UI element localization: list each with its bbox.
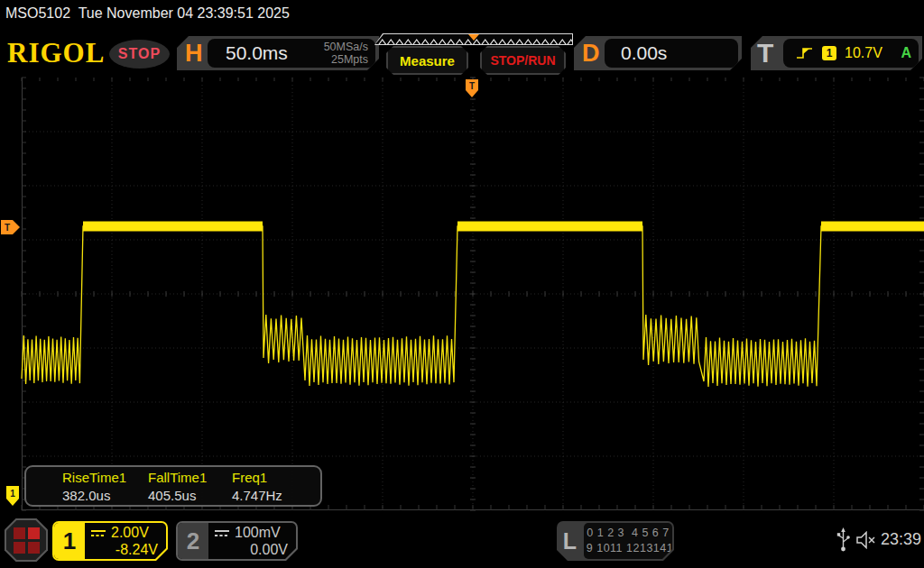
trigger-level-marker[interactable]: T — [1, 220, 20, 234]
channel-1-text: 2.00V -8.24V — [90, 525, 158, 558]
channel-2-number: 2 — [178, 523, 208, 559]
svg-text:1: 1 — [10, 489, 15, 499]
trigger-well: 1 10.7V A — [783, 39, 919, 68]
measurement-label: FallTime1 — [148, 470, 232, 488]
channel-1-offset-marker[interactable]: 1 — [6, 486, 19, 506]
usb-icon — [836, 527, 850, 553]
apps-grid-square — [14, 542, 25, 554]
oscilloscope-screen: MSO5102 Tue November 04 23:39:51 2025 RI… — [0, 0, 924, 568]
dc-coupling-icon — [90, 528, 106, 538]
sample-rate-block: 50MSa/s 25Mpts — [324, 41, 368, 67]
dc-coupling-icon — [214, 528, 230, 538]
channel-1-scale: 2.00V — [111, 525, 149, 541]
channel-2-offset: 0.00V — [214, 542, 288, 558]
apps-grid-square — [28, 542, 40, 554]
svg-text:T: T — [469, 81, 475, 91]
stop-run-button[interactable]: STOP/RUN — [480, 46, 566, 75]
apps-grid-square — [28, 527, 40, 539]
measurement-label: RiseTime1 — [62, 470, 148, 488]
measurement-results-panel[interactable]: RiseTime1 FallTime1 Freq1 382.0us 405.5u… — [24, 465, 322, 507]
channel-2-scale: 100mV — [235, 525, 281, 541]
measure-button[interactable]: Measure — [386, 46, 468, 75]
rising-edge-icon — [796, 46, 814, 60]
delay-value: 0.00s — [621, 42, 667, 64]
waveform-display-area: TT1 — [0, 77, 924, 511]
trigger-panel[interactable]: T 1 10.7V A — [751, 36, 922, 70]
trigger-panel-label: T — [757, 38, 773, 69]
window-title: MSO5102 Tue November 04 23:39:51 2025 — [5, 5, 290, 22]
trigger-source-badge: 1 — [822, 46, 836, 60]
horizontal-scale-well: 50.0ms 50MSa/s 25Mpts — [208, 39, 375, 68]
channel-1-pill[interactable]: 1 2.00V -8.24V — [52, 521, 168, 561]
sample-rate: 50MSa/s — [324, 41, 368, 53]
logic-row-2: 8 9 1011 12131415 — [576, 541, 679, 557]
speaker-muted-icon[interactable] — [856, 531, 878, 549]
apps-menu-button[interactable] — [5, 518, 48, 562]
measurement-value: 4.747Hz — [232, 488, 331, 506]
clock-display: 23:39 — [881, 530, 921, 549]
horizontal-scale-panel[interactable]: H 50.0ms 50MSa/s 25Mpts — [177, 36, 379, 70]
timebase-value: 50.0ms — [226, 42, 288, 64]
rigol-logo: RIGOL — [7, 37, 105, 69]
channel-2-border: 2 100mV 0.00V — [176, 521, 298, 561]
logic-label: L — [557, 521, 583, 561]
delay-well: 0.00s — [605, 39, 738, 68]
trigger-position-marker[interactable]: T — [466, 79, 478, 97]
preview-trigger-marker-icon[interactable] — [468, 34, 479, 41]
svg-text:T: T — [5, 223, 10, 233]
measurement-label: Freq1 — [232, 470, 331, 488]
channel-1-border: 1 2.00V -8.24V — [52, 521, 168, 561]
channel-2-pill[interactable]: 2 100mV 0.00V — [176, 521, 298, 561]
horizontal-panel-label: H — [185, 40, 203, 68]
acquisition-status-badge: STOP — [109, 40, 170, 69]
measurement-value: 405.5us — [148, 488, 232, 506]
memory-depth: 25Mpts — [324, 53, 368, 66]
logic-row-1: 0 1 2 3 4 5 6 7 — [587, 526, 669, 542]
logic-channel-list: 0 1 2 3 4 5 6 7 8 9 1011 12131415 — [584, 523, 672, 559]
channel-1-number: 1 — [54, 523, 85, 559]
apps-grid-square — [14, 527, 25, 539]
channel-2-text: 100mV 0.00V — [214, 525, 288, 558]
channel-1-offset: -8.24V — [90, 542, 158, 558]
delay-panel-label: D — [582, 40, 600, 68]
channel-1-body: 1 2.00V -8.24V — [54, 523, 166, 559]
apps-grid-icon — [6, 520, 46, 560]
trigger-level-value: 10.7V — [845, 45, 882, 61]
horizontal-delay-panel[interactable]: D 0.00s — [574, 36, 742, 70]
measurement-value: 382.0us — [62, 488, 148, 506]
logic-channels-pill[interactable]: L 0 1 2 3 4 5 6 7 8 9 1011 12131415 — [557, 521, 674, 561]
trigger-mode-auto: A — [901, 45, 911, 61]
channel-2-body: 2 100mV 0.00V — [178, 523, 296, 559]
